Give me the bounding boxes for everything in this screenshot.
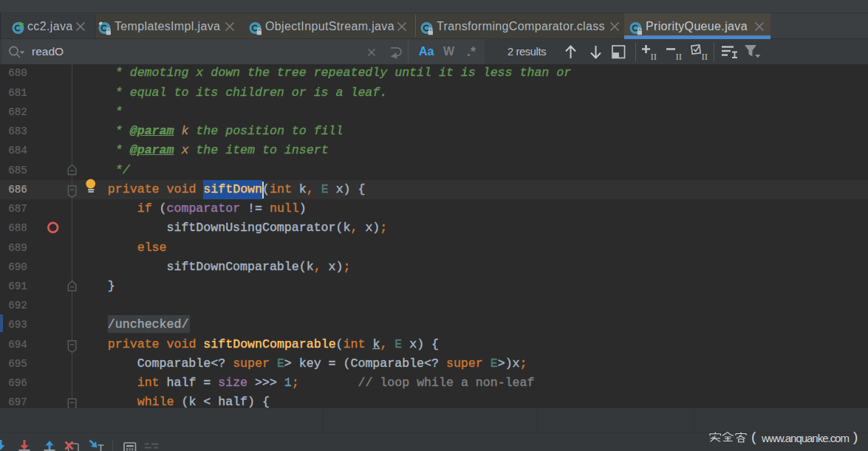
svg-text:II: II — [651, 51, 657, 62]
svg-text:II: II — [701, 51, 708, 62]
svg-text:II: II — [676, 51, 683, 62]
